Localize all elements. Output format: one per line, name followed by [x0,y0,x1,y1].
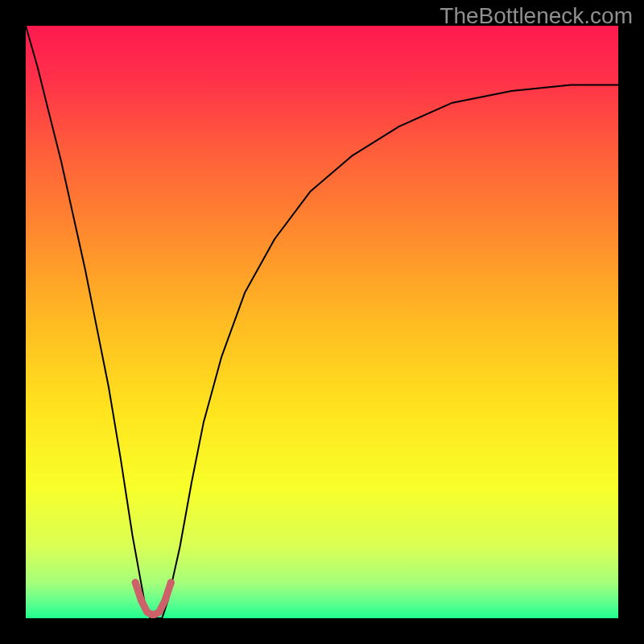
svg-point-0 [132,579,139,586]
chart-plot-area [26,26,618,618]
chart-svg [26,26,618,618]
chart-background-gradient [26,26,618,618]
chart-frame: TheBottleneck.com [0,0,644,644]
watermark-label: TheBottleneck.com [440,3,633,29]
svg-point-1 [167,579,175,586]
